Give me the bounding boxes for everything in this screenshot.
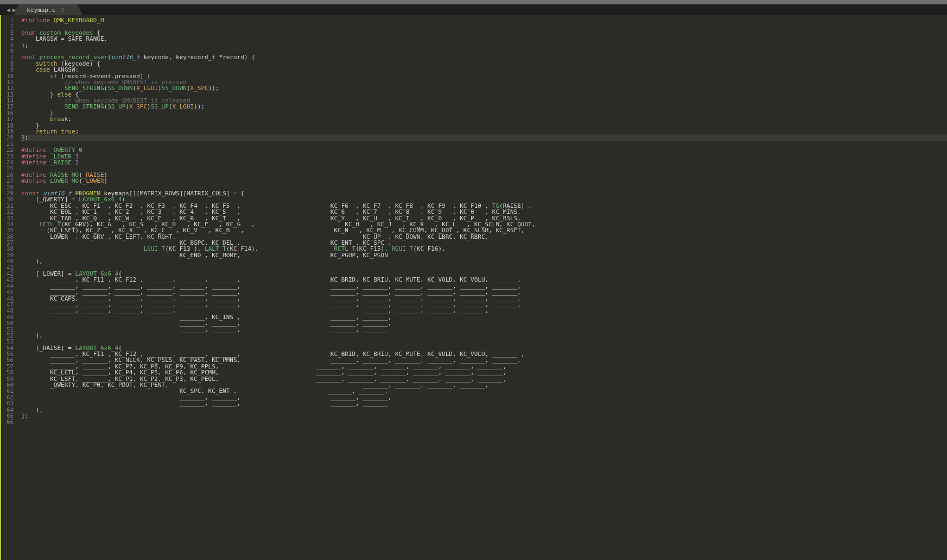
tab-filename: keymap.c [27, 7, 55, 13]
token: }; [21, 42, 28, 49]
line-number: 58 [7, 370, 14, 376]
line-number: 63 [7, 400, 14, 406]
window-titlebar [0, 0, 947, 4]
code-line[interactable]: bool process_record_user(uint16_t keycod… [21, 54, 947, 60]
code-line[interactable]: } [21, 110, 947, 116]
token [72, 159, 75, 166]
token: KC_END , KC_HOME, KC_PGUP, KC_PGDN [21, 252, 388, 259]
code-line[interactable]: } [21, 123, 947, 129]
token: MO [72, 177, 79, 184]
code-line[interactable]: #define LOWER MO(_LOWER) [21, 178, 947, 184]
code-line[interactable]: break; [21, 116, 947, 122]
code-area[interactable]: #include QMK_KEYBOARD_Henum custom_keyco… [18, 15, 947, 560]
token: LANGSW = SAFE_RANGE, [21, 35, 107, 42]
token: 2 [75, 159, 79, 166]
code-line[interactable] [21, 339, 947, 345]
token: ) [104, 177, 108, 184]
code-line[interactable]: #define RAISE MO(_RAISE) [21, 172, 947, 178]
tab-dirty-icon: ○ [61, 7, 64, 12]
token: ; [68, 116, 72, 123]
token: _RAISE [50, 159, 72, 166]
token: X_LGUI [172, 103, 194, 110]
nav-back-icon[interactable]: ◀ [7, 7, 10, 13]
code-line[interactable] [21, 419, 947, 425]
line-number: 66 [7, 419, 14, 425]
token: keycode, keyrecord_t *record) { [140, 54, 255, 61]
token: _______, _______, _______, _______ [21, 400, 388, 407]
code-line[interactable]: KC_END , KC_HOME, KC_PGUP, KC_PGDN [21, 252, 947, 258]
line-number: 40 [7, 258, 14, 264]
token: _______, _______, _______, _______ [21, 326, 388, 333]
code-line[interactable] [21, 141, 947, 147]
token: ( [107, 54, 111, 61]
code-line[interactable]: #define _LOWER 1 [21, 154, 947, 160]
line-number: 12 [7, 85, 14, 91]
line-number: 45 [7, 289, 14, 295]
text-caret [29, 135, 29, 141]
token: ( [187, 85, 190, 92]
line-number: 17 [7, 116, 14, 122]
code-line[interactable]: SEND_STRING(SS_DOWN(X_LGUI)SS_DOWN(X_SPC… [21, 85, 947, 91]
token: ) [158, 85, 162, 92]
token: LOWER [50, 177, 68, 184]
code-line[interactable] [21, 166, 947, 171]
tab-keymap-c[interactable]: keymap.c ○ [19, 4, 77, 15]
code-line[interactable]: SEND_STRING(SS_UP(X_SPC)SS_UP(X_LGUI)); [21, 104, 947, 110]
code-line[interactable]: case LANGSW: [21, 67, 947, 73]
token: return [36, 128, 58, 135]
code-line[interactable]: switch (keycode) { [21, 61, 947, 67]
line-number: 35 [7, 227, 14, 233]
token: uint16_t [111, 54, 140, 61]
token: X_LGUI [136, 85, 158, 92]
token: true [61, 128, 75, 135]
line-number: 9 [7, 67, 14, 73]
token: (KC_F16), [413, 245, 446, 252]
code-line[interactable]: ), [21, 333, 947, 339]
token: SEND_STRING [65, 103, 104, 110]
code-line[interactable]: LANGSW = SAFE_RANGE, [21, 36, 947, 42]
code-line[interactable]: }; [21, 42, 947, 48]
token: QMK_KEYBOARD_H [54, 17, 104, 24]
token [50, 17, 54, 24]
code-line[interactable]: }; [21, 135, 947, 141]
code-line[interactable]: }; [21, 413, 947, 419]
token: ; [75, 128, 79, 135]
token: #include [21, 17, 50, 24]
token: _LOWER [82, 177, 104, 184]
code-line[interactable]: enum custom_keycodes { [21, 30, 947, 36]
token: SS_DOWN [162, 85, 187, 92]
token: ), [21, 332, 43, 339]
token: }; [21, 134, 28, 141]
token: 0 [79, 147, 82, 154]
token: ), [21, 258, 43, 265]
code-line[interactable]: #define _RAISE 2 [21, 160, 947, 166]
code-line[interactable]: ), [21, 407, 947, 413]
code-line[interactable] [21, 265, 947, 271]
line-number: 50 [7, 320, 14, 326]
code-line[interactable]: #define _QWERTY 0 [21, 147, 947, 153]
code-line[interactable] [21, 23, 947, 29]
token: SS_UP [151, 103, 169, 110]
token: )); [194, 103, 205, 110]
line-number: 30 [7, 196, 14, 202]
tab-bar: ◀ ▶ keymap.c ○ [0, 4, 947, 15]
code-line[interactable]: _______, _______, _______, _______ [21, 327, 947, 333]
token: break [50, 116, 68, 123]
token: X_SPC [129, 103, 147, 110]
token: ) [147, 103, 151, 110]
token: ( [79, 177, 82, 184]
code-line[interactable]: return true; [21, 129, 947, 135]
line-number: 22 [7, 147, 14, 153]
token: SS_UP [107, 103, 125, 110]
token: #define [21, 159, 46, 166]
line-number: 4 [7, 36, 14, 42]
token: SS_DOWN [107, 85, 132, 92]
token: X_SPC [190, 85, 208, 92]
token: RGUI_T [391, 245, 413, 252]
line-number: 32 [7, 209, 14, 215]
code-line[interactable]: _______, _______, _______, _______ [21, 400, 947, 406]
code-line[interactable]: ), [21, 258, 947, 264]
token [68, 177, 72, 184]
code-line[interactable]: #include QMK_KEYBOARD_H [21, 17, 947, 23]
code-line[interactable]: const uint16_t PROGMEM keymaps[][MATRIX_… [21, 190, 947, 196]
